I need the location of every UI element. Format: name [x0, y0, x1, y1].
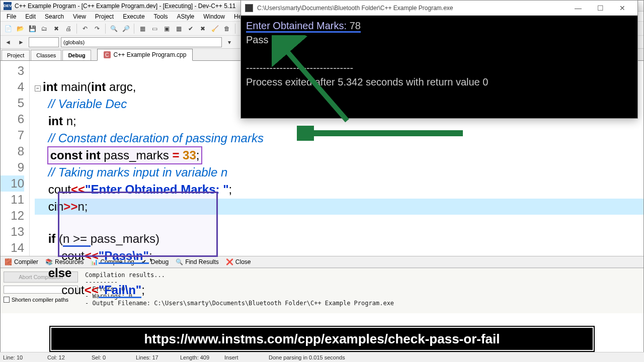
- globals-combo[interactable]: (globals): [61, 37, 222, 47]
- dropdown-icon[interactable]: ▾: [224, 37, 235, 48]
- menu-execute[interactable]: Execute: [119, 12, 148, 21]
- print-icon[interactable]: 🖨: [63, 23, 74, 34]
- window-title: C++ Example Program - [C++ Example Progr…: [15, 3, 236, 10]
- menu-window[interactable]: Window: [199, 12, 229, 21]
- side-tab-project[interactable]: Project: [2, 50, 30, 60]
- maximize-button[interactable]: ☐: [589, 1, 611, 15]
- scope-combo[interactable]: [29, 37, 59, 47]
- status-line: Line: 10: [3, 354, 38, 360]
- compile-icon[interactable]: ▦: [137, 23, 148, 34]
- separator: [76, 24, 77, 34]
- save-icon[interactable]: 💾: [27, 23, 38, 34]
- status-col: Col: 12: [47, 354, 83, 360]
- open-icon[interactable]: 📂: [15, 23, 26, 34]
- console-titlebar[interactable]: C:\Users\smarty\Documents\Bluetooth Fold…: [241, 1, 637, 16]
- editor-tab-label: C++ Example Program.cpp: [114, 51, 187, 58]
- menu-project[interactable]: Project: [91, 12, 118, 21]
- trash-icon[interactable]: 🗑: [221, 23, 232, 34]
- console-icon: [245, 4, 253, 12]
- back-icon[interactable]: ◄: [3, 37, 14, 48]
- status-lines: Lines: 17: [136, 354, 171, 360]
- file-icon: C: [104, 51, 111, 58]
- url-overlay: https://www.instms.com/cpp/examples/chec…: [50, 327, 594, 351]
- line-gutter: 3 4 5 6 7 8 9 10 11 12 13 14: [1, 61, 30, 256]
- side-tab-debug[interactable]: Debug: [62, 50, 91, 60]
- find-icon[interactable]: 🔍: [108, 23, 119, 34]
- separator: [235, 24, 235, 34]
- close-icon[interactable]: ✖: [51, 23, 62, 34]
- console-title: C:\Users\smarty\Documents\Bluetooth Fold…: [257, 5, 453, 12]
- console-window[interactable]: C:\Users\smarty\Documents\Bluetooth Fold…: [240, 0, 638, 119]
- redo-icon[interactable]: ↷: [92, 23, 103, 34]
- fold-icon[interactable]: −: [35, 85, 41, 92]
- fwd-icon[interactable]: ►: [16, 37, 27, 48]
- status-length: Length: 409: [180, 354, 215, 360]
- menu-search[interactable]: Search: [41, 12, 68, 21]
- menu-edit[interactable]: Edit: [21, 12, 40, 21]
- stop-icon[interactable]: ✖: [197, 23, 208, 34]
- compiler-icon: 🧱: [5, 258, 12, 265]
- profile-icon[interactable]: 🧹: [209, 23, 220, 34]
- menu-tools[interactable]: Tools: [150, 12, 172, 21]
- separator: [134, 24, 134, 34]
- checkbox-icon: [4, 297, 10, 303]
- tab-compiler[interactable]: 🧱Compiler: [5, 258, 38, 265]
- replace-icon[interactable]: 🔎: [120, 23, 131, 34]
- annotation-box: [58, 192, 218, 257]
- debug-icon[interactable]: ✔: [185, 23, 196, 34]
- status-mode: Insert: [224, 354, 260, 360]
- console-output[interactable]: Enter Obtained Marks: 78 Pass ----------…: [241, 16, 637, 118]
- menu-astyle[interactable]: AStyle: [173, 12, 199, 21]
- editor-tab[interactable]: C C++ Example Program.cpp: [97, 49, 193, 61]
- status-bar: Line: 10 Col: 12 Sel: 0 Lines: 17 Length…: [0, 352, 644, 362]
- separator: [105, 24, 106, 34]
- close-button[interactable]: ✕: [611, 1, 633, 15]
- undo-icon[interactable]: ↶: [79, 23, 91, 34]
- rebuild-icon[interactable]: ▦: [173, 23, 184, 34]
- status-done: Done parsing in 0.015 seconds: [269, 354, 345, 360]
- status-sel: Sel: 0: [92, 354, 127, 360]
- minimize-button[interactable]: —: [567, 1, 589, 15]
- side-tab-classes[interactable]: Classes: [31, 50, 61, 60]
- saveall-icon[interactable]: 🗂: [39, 23, 50, 34]
- run-icon[interactable]: ▭: [149, 23, 160, 34]
- new-icon[interactable]: 📄: [3, 23, 14, 34]
- menu-file[interactable]: File: [3, 12, 20, 21]
- app-icon: DEV: [4, 2, 12, 10]
- menu-view[interactable]: View: [69, 12, 90, 21]
- compile-run-icon[interactable]: ▣: [161, 23, 172, 34]
